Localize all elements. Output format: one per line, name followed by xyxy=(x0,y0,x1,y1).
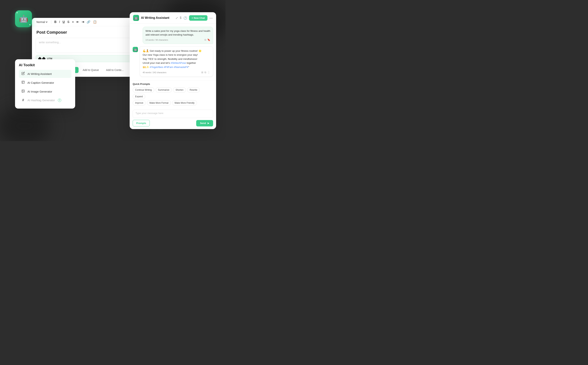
list-icon[interactable]: ≡ xyxy=(72,20,74,24)
user-word-count: 14 words / 94 characters xyxy=(145,39,168,41)
sidebar-item-image[interactable]: AI Image Generator xyxy=(19,87,71,96)
chip-shorten[interactable]: Shorten xyxy=(173,87,186,92)
coin-icon[interactable]: $ xyxy=(180,16,182,20)
chat-header-title: AI Writing Assistant xyxy=(141,16,174,20)
chat-robot-avatar: 🤖 xyxy=(133,15,139,21)
resize-icon[interactable]: ⤢ xyxy=(176,16,178,20)
chip-more-formal[interactable]: Make More Formal xyxy=(147,100,171,105)
sidebar-item-caption[interactable]: AI Caption Generator xyxy=(19,79,71,87)
sidebar-item-writing[interactable]: AI Writing Assistant xyxy=(19,70,71,78)
sparkle-icon-br: ✦ xyxy=(29,23,31,26)
chip-continue-writing[interactable]: Continue Writing xyxy=(133,87,154,92)
image-icon xyxy=(21,89,25,94)
link-icon[interactable]: 🔗 xyxy=(87,20,90,24)
strikethrough-icon[interactable]: S xyxy=(68,20,69,24)
chat-header-actions: ⤢ $ 🕐 + New Chat — xyxy=(176,15,213,21)
robot-emoji: 🤖 xyxy=(19,15,28,23)
chat-input-area: Type your message here Prompts Send ➤ xyxy=(130,108,216,129)
bold-icon[interactable]: B xyxy=(54,20,57,24)
image-label: AI Image Generator xyxy=(27,90,52,93)
add-to-content-button[interactable]: Add to Conte... xyxy=(103,67,127,73)
hashtag-icon: # xyxy=(21,98,25,102)
sparkle-icon-tl: ✦ xyxy=(16,12,18,14)
prompts-button[interactable]: Prompts xyxy=(133,120,150,126)
chip-summarize[interactable]: Summarize xyxy=(155,87,172,92)
send-arrow-icon: ➤ xyxy=(207,122,209,125)
bot-bubble-meta: 40 words / 242 characters ⊞ ⧉ ⋮ xyxy=(143,70,210,74)
chat-panel: 🤖 AI Writing Assistant ⤢ $ 🕐 + New Chat … xyxy=(130,12,216,129)
caption-label: AI Caption Generator xyxy=(27,81,54,84)
add-to-queue-button[interactable]: Add to Queue xyxy=(80,67,102,73)
caption-icon xyxy=(21,81,25,85)
writing-label: AI Writing Assistant xyxy=(27,72,52,76)
new-chat-button[interactable]: + New Chat xyxy=(189,15,208,21)
user-bubble-meta: 14 words / 94 characters ⧉ 🔖 xyxy=(145,38,210,41)
text-toolbar: Normal B I U S ≡ ⇤ ⇥ 🔗 📋 xyxy=(32,18,137,26)
copy-icon[interactable]: ⧉ xyxy=(204,38,206,41)
writing-icon xyxy=(21,72,25,76)
send-button[interactable]: Send ➤ xyxy=(196,120,213,126)
send-label: Send xyxy=(200,122,206,125)
chat-header: 🤖 AI Writing Assistant ⤢ $ 🕐 + New Chat … xyxy=(130,12,216,24)
bot-message-bubble: 💪🧘 Get ready to power up your fitness ro… xyxy=(140,47,213,77)
chip-more-friendly[interactable]: Make More Friendly xyxy=(172,100,197,105)
bot-message-row: 🤖 💪🧘 Get ready to power up your fitness … xyxy=(133,47,213,77)
history-icon[interactable]: 🕐 xyxy=(183,16,187,20)
toolbar-divider xyxy=(51,20,51,24)
quick-prompts-section: Quick Prompts Continue Writing Summarize… xyxy=(130,80,216,108)
chip-rewrite[interactable]: Rewrite xyxy=(187,87,200,92)
grid-icon[interactable]: ⊞ xyxy=(201,71,203,74)
bot-message-text: 💪🧘 Get ready to power up your fitness ro… xyxy=(143,49,210,69)
chat-input-row: Prompts Send ➤ xyxy=(133,120,213,126)
indent-left-icon[interactable]: ⇤ xyxy=(76,20,79,24)
toolbar-icons: B I U S ≡ ⇤ ⇥ 🔗 📋 xyxy=(54,20,97,24)
quick-prompts-row-1: Continue Writing Summarize Shorten Rewri… xyxy=(133,87,213,99)
more-icon[interactable]: ⋮ xyxy=(207,70,210,74)
user-bubble-action-icons: ⧉ 🔖 xyxy=(204,38,210,41)
bot-bubble-action-icons: ⊞ ⧉ ⋮ xyxy=(201,70,210,74)
indent-right-icon[interactable]: ⇥ xyxy=(81,20,84,24)
quick-prompts-title: Quick Prompts xyxy=(133,83,213,85)
chip-improve[interactable]: Improve xyxy=(133,100,146,105)
user-message-bubble: Write a sales post for my yoga class for… xyxy=(143,27,213,44)
chat-messages: Write a sales post for my yoga class for… xyxy=(130,24,216,80)
hashtag-badge: ? xyxy=(58,98,61,102)
composer-placeholder: write something... xyxy=(39,41,61,44)
chip-expand[interactable]: Expand xyxy=(133,94,145,99)
copy-icon-bot[interactable]: ⧉ xyxy=(204,71,206,74)
bot-word-count: 40 words / 242 characters xyxy=(143,71,167,74)
chat-input-placeholder: Type your message here xyxy=(135,112,163,115)
composer-title: Post Composer xyxy=(32,26,137,36)
ai-toolkit-title: AI Toolkit xyxy=(19,63,71,67)
chat-input-box[interactable]: Type your message here xyxy=(133,110,213,118)
svg-point-2 xyxy=(22,90,23,91)
svg-rect-0 xyxy=(22,81,24,84)
clipboard-icon[interactable]: 📋 xyxy=(93,20,97,24)
ai-toolkit-panel: AI Toolkit AI Writing Assistant AI Capti… xyxy=(15,59,75,109)
composer-textarea-area[interactable]: write something... xyxy=(36,38,133,53)
user-message-text: Write a sales post for my yoga class for… xyxy=(145,29,210,37)
hashtag-link-1[interactable]: #StrikeAPose xyxy=(171,62,186,64)
sidebar-item-hashtag[interactable]: # AI Hashtag Generator ? xyxy=(19,96,71,104)
bookmark-icon[interactable]: 🔖 xyxy=(207,38,210,41)
quick-prompts-row-2: Improve Make More Formal Make More Frien… xyxy=(133,100,213,105)
robot-app-icon: ✦ 🤖 ✦ xyxy=(15,10,32,27)
italic-icon[interactable]: I xyxy=(59,20,60,24)
text-style-select[interactable]: Normal xyxy=(36,20,48,24)
hashtag-label: AI Hashtag Generator xyxy=(27,98,55,102)
minimize-icon[interactable]: — xyxy=(209,16,213,20)
underline-icon[interactable]: U xyxy=(63,20,65,24)
bot-avatar: 🤖 xyxy=(133,47,138,52)
hashtag-link-2[interactable]: #YogaVibes #FitFam #NamasteFit xyxy=(150,66,188,69)
